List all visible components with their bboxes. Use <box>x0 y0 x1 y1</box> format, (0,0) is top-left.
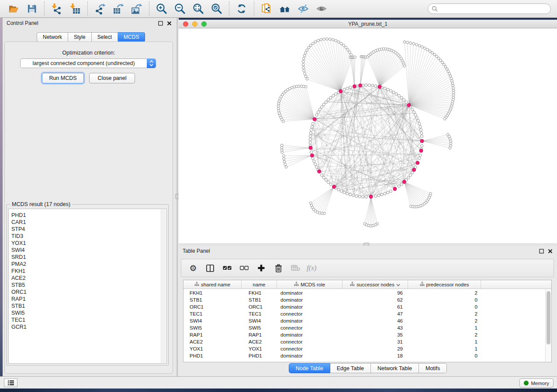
ring-node[interactable] <box>337 188 340 191</box>
leaf-node[interactable] <box>302 60 304 63</box>
mcds-hub-node[interactable] <box>339 89 343 93</box>
mcds-result-item[interactable]: PHD1 <box>11 212 166 219</box>
tab-style[interactable]: Style <box>68 32 92 42</box>
leaf-node[interactable] <box>277 105 280 107</box>
leaf-node[interactable] <box>295 85 298 88</box>
leaf-node[interactable] <box>280 144 283 147</box>
ring-node[interactable] <box>374 195 377 197</box>
table-row[interactable]: TEC1TEC1connector472 <box>183 310 545 317</box>
network-graph[interactable] <box>179 28 557 243</box>
new-network-from-selection-icon[interactable] <box>260 2 273 15</box>
mcds-hub-node[interactable] <box>353 85 356 88</box>
leaf-node[interactable] <box>429 50 431 52</box>
ring-node[interactable] <box>329 183 332 186</box>
search-box[interactable] <box>428 3 551 14</box>
table-row[interactable]: ACE2ACE2connector311 <box>183 338 545 345</box>
mcds-hub-node[interactable] <box>420 139 424 143</box>
ring-node[interactable] <box>309 132 312 134</box>
import-network-icon[interactable] <box>50 2 63 15</box>
leaf-node[interactable] <box>293 86 296 88</box>
unselect-all-columns-icon[interactable] <box>239 262 250 274</box>
ring-node[interactable] <box>321 106 323 108</box>
show-panels-list-button[interactable] <box>4 378 17 387</box>
ring-node[interactable] <box>420 135 423 138</box>
leaf-node[interactable] <box>450 77 453 80</box>
mcds-hub-node[interactable] <box>407 103 411 107</box>
export-image-icon[interactable] <box>130 2 143 15</box>
ring-node[interactable] <box>418 122 421 125</box>
leaf-node[interactable] <box>433 53 436 56</box>
mcds-hub-node[interactable] <box>313 117 316 121</box>
mcds-result-item[interactable]: STP4 <box>11 226 166 233</box>
ring-node[interactable] <box>381 193 383 196</box>
leaf-node[interactable] <box>277 102 280 105</box>
ring-node[interactable] <box>362 196 364 198</box>
zoom-selected-icon[interactable] <box>210 2 223 15</box>
leaf-node[interactable] <box>282 155 285 157</box>
mcds-result-item[interactable]: GCR1 <box>11 323 166 330</box>
tab-network-table[interactable]: Network Table <box>371 363 419 373</box>
leaf-node[interactable] <box>415 43 418 46</box>
ring-node[interactable] <box>371 84 374 87</box>
ring-node[interactable] <box>365 84 367 86</box>
close-panel-button[interactable]: Close panel <box>89 73 135 83</box>
show-columns-icon[interactable] <box>204 262 216 274</box>
leaf-node[interactable] <box>345 46 347 49</box>
ring-node[interactable] <box>409 174 412 176</box>
leaf-node[interactable] <box>306 78 308 80</box>
leaf-node[interactable] <box>284 163 287 166</box>
ring-node[interactable] <box>414 113 417 116</box>
tab-network[interactable]: Network <box>37 32 68 42</box>
column-header-shared-name[interactable]: shared name <box>183 280 242 289</box>
column-header-predecessor-nodes[interactable]: predecessor nodes <box>408 280 481 289</box>
leaf-node[interactable] <box>321 212 323 215</box>
leaf-node[interactable] <box>431 52 434 54</box>
leaf-node[interactable] <box>403 65 406 67</box>
ring-node[interactable] <box>325 101 327 103</box>
mcds-hub-node[interactable] <box>402 180 406 184</box>
leaf-node[interactable] <box>302 63 304 66</box>
leaf-node[interactable] <box>418 45 421 47</box>
mcds-result-item[interactable]: ORC1 <box>11 289 166 296</box>
ring-node[interactable] <box>417 119 419 122</box>
ring-node[interactable] <box>335 93 337 95</box>
close-panel-icon[interactable] <box>166 21 172 26</box>
export-network-icon[interactable] <box>93 2 107 15</box>
ring-node[interactable] <box>349 193 352 196</box>
ring-node[interactable] <box>411 171 414 174</box>
export-table-icon[interactable] <box>112 2 125 15</box>
leaf-node[interactable] <box>346 48 349 51</box>
ring-node[interactable] <box>309 135 311 138</box>
leaf-node[interactable] <box>277 107 280 110</box>
ring-node[interactable] <box>413 111 415 113</box>
ring-node[interactable] <box>315 166 318 168</box>
leaf-node[interactable] <box>421 46 423 48</box>
ring-node[interactable] <box>321 174 323 176</box>
ring-node[interactable] <box>400 96 403 99</box>
ring-node[interactable] <box>352 194 355 197</box>
leaf-node[interactable] <box>283 158 285 160</box>
mcds-list-scrollbar[interactable] <box>160 210 166 363</box>
leaf-node[interactable] <box>406 41 409 44</box>
ring-node[interactable] <box>340 190 343 193</box>
leaf-node[interactable] <box>340 42 343 45</box>
mcds-result-item[interactable]: CAR1 <box>11 219 166 226</box>
ring-node[interactable] <box>311 125 313 128</box>
ring-node[interactable] <box>411 108 414 111</box>
ring-node[interactable] <box>405 101 408 103</box>
ring-node[interactable] <box>418 157 421 159</box>
ring-node[interactable] <box>343 88 346 91</box>
ring-node[interactable] <box>327 99 329 101</box>
leaf-node[interactable] <box>337 41 340 43</box>
hide-selected-icon[interactable] <box>297 2 310 15</box>
ring-node[interactable] <box>332 94 335 97</box>
ring-node[interactable] <box>389 190 392 193</box>
leaf-node[interactable] <box>309 202 312 204</box>
leaf-node[interactable] <box>403 41 406 43</box>
network-window-titlebar[interactable]: YPA_prune.txt_1 <box>179 20 557 28</box>
ring-node[interactable] <box>309 141 311 144</box>
ring-node[interactable] <box>358 195 361 198</box>
ring-node[interactable] <box>310 128 312 131</box>
memory-button[interactable]: Memory <box>519 378 554 388</box>
leaf-node[interactable] <box>439 59 442 62</box>
